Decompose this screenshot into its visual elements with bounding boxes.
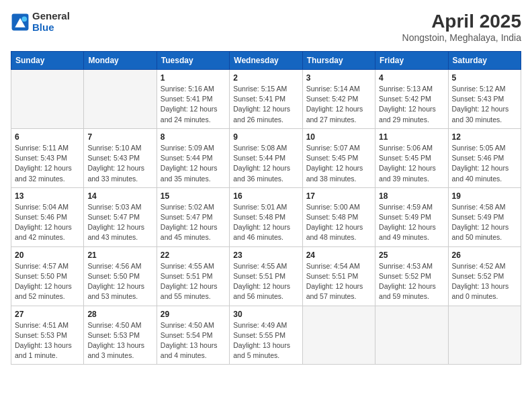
calendar-cell: 15Sunrise: 5:02 AM Sunset: 5:47 PM Dayli… [157,187,229,246]
calendar-cell: 12Sunrise: 5:05 AM Sunset: 5:46 PM Dayli… [448,128,521,187]
location-subtitle: Nongstoin, Meghalaya, India [402,32,521,43]
day-number: 9 [233,132,298,142]
day-info: Sunrise: 5:09 AM Sunset: 5:44 PM Dayligh… [161,143,226,184]
logo-blue-text: Blue [32,22,70,34]
calendar-week-row: 20Sunrise: 4:57 AM Sunset: 5:50 PM Dayli… [11,246,521,306]
day-info: Sunrise: 4:50 AM Sunset: 5:53 PM Dayligh… [87,320,152,361]
day-number: 15 [161,191,226,201]
calendar-cell: 4Sunrise: 5:13 AM Sunset: 5:42 PM Daylig… [375,70,448,129]
calendar-cell: 28Sunrise: 4:50 AM Sunset: 5:53 PM Dayli… [84,306,157,365]
day-number: 23 [233,250,298,260]
weekday-header-wednesday: Wednesday [230,52,302,70]
day-number: 11 [379,132,444,142]
calendar-cell: 20Sunrise: 4:57 AM Sunset: 5:50 PM Dayli… [11,246,84,306]
calendar-cell [11,70,84,129]
day-info: Sunrise: 5:02 AM Sunset: 5:47 PM Dayligh… [161,202,226,243]
page-header: General Blue April 2025 Nongstoin, Megha… [11,11,521,43]
day-info: Sunrise: 4:55 AM Sunset: 5:51 PM Dayligh… [161,261,226,302]
calendar-cell [84,70,157,129]
day-info: Sunrise: 4:50 AM Sunset: 5:54 PM Dayligh… [161,320,226,361]
day-info: Sunrise: 4:49 AM Sunset: 5:55 PM Dayligh… [233,320,298,361]
day-number: 17 [306,191,371,201]
day-number: 10 [306,132,371,142]
calendar-cell: 25Sunrise: 4:53 AM Sunset: 5:52 PM Dayli… [375,246,448,306]
calendar-cell [302,306,375,365]
calendar-cell [448,306,521,365]
calendar-cell: 16Sunrise: 5:01 AM Sunset: 5:48 PM Dayli… [230,187,302,246]
day-info: Sunrise: 5:05 AM Sunset: 5:46 PM Dayligh… [452,143,517,184]
calendar-week-row: 13Sunrise: 5:04 AM Sunset: 5:46 PM Dayli… [11,187,521,246]
calendar-cell: 1Sunrise: 5:16 AM Sunset: 5:41 PM Daylig… [157,70,229,129]
calendar-header: SundayMondayTuesdayWednesdayThursdayFrid… [11,52,521,70]
day-info: Sunrise: 5:13 AM Sunset: 5:42 PM Dayligh… [379,84,444,125]
calendar-week-row: 1Sunrise: 5:16 AM Sunset: 5:41 PM Daylig… [11,70,521,129]
day-info: Sunrise: 5:06 AM Sunset: 5:45 PM Dayligh… [379,143,444,184]
day-number: 18 [379,191,444,201]
day-number: 3 [306,73,371,83]
day-number: 28 [87,310,152,319]
day-number: 29 [161,310,226,319]
calendar-cell: 8Sunrise: 5:09 AM Sunset: 5:44 PM Daylig… [157,128,229,187]
calendar-cell: 21Sunrise: 4:56 AM Sunset: 5:50 PM Dayli… [84,246,157,306]
day-info: Sunrise: 4:59 AM Sunset: 5:49 PM Dayligh… [379,202,444,243]
month-year-title: April 2025 [402,11,521,32]
day-info: Sunrise: 4:52 AM Sunset: 5:52 PM Dayligh… [452,261,517,302]
calendar-body: 1Sunrise: 5:16 AM Sunset: 5:41 PM Daylig… [11,70,521,365]
calendar-cell: 3Sunrise: 5:14 AM Sunset: 5:42 PM Daylig… [302,70,375,129]
calendar-week-row: 6Sunrise: 5:11 AM Sunset: 5:43 PM Daylig… [11,128,521,187]
calendar-week-row: 27Sunrise: 4:51 AM Sunset: 5:53 PM Dayli… [11,306,521,365]
day-info: Sunrise: 4:58 AM Sunset: 5:49 PM Dayligh… [452,202,517,243]
day-info: Sunrise: 5:15 AM Sunset: 5:41 PM Dayligh… [233,84,298,125]
day-number: 21 [87,250,152,260]
logo-text: General Blue [32,11,70,33]
day-info: Sunrise: 5:01 AM Sunset: 5:48 PM Dayligh… [233,202,298,243]
calendar-cell: 17Sunrise: 5:00 AM Sunset: 5:48 PM Dayli… [302,187,375,246]
day-number: 5 [452,73,517,83]
day-number: 8 [161,132,226,142]
logo-icon [11,13,30,32]
day-info: Sunrise: 4:54 AM Sunset: 5:51 PM Dayligh… [306,261,371,302]
day-number: 20 [15,250,80,260]
calendar-cell: 2Sunrise: 5:15 AM Sunset: 5:41 PM Daylig… [230,70,302,129]
day-info: Sunrise: 5:16 AM Sunset: 5:41 PM Dayligh… [161,84,226,125]
calendar-cell: 27Sunrise: 4:51 AM Sunset: 5:53 PM Dayli… [11,306,84,365]
calendar-cell: 6Sunrise: 5:11 AM Sunset: 5:43 PM Daylig… [11,128,84,187]
day-number: 13 [15,191,80,201]
calendar-cell: 13Sunrise: 5:04 AM Sunset: 5:46 PM Dayli… [11,187,84,246]
day-info: Sunrise: 4:55 AM Sunset: 5:51 PM Dayligh… [233,261,298,302]
calendar-cell: 19Sunrise: 4:58 AM Sunset: 5:49 PM Dayli… [448,187,521,246]
calendar-cell: 29Sunrise: 4:50 AM Sunset: 5:54 PM Dayli… [157,306,229,365]
day-number: 16 [233,191,298,201]
day-number: 2 [233,73,298,83]
svg-point-2 [21,16,27,21]
logo: General Blue [11,11,70,33]
weekday-header-tuesday: Tuesday [157,52,229,70]
calendar-cell: 30Sunrise: 4:49 AM Sunset: 5:55 PM Dayli… [230,306,302,365]
calendar-table: SundayMondayTuesdayWednesdayThursdayFrid… [11,51,521,365]
calendar-cell: 10Sunrise: 5:07 AM Sunset: 5:45 PM Dayli… [302,128,375,187]
calendar-cell: 5Sunrise: 5:12 AM Sunset: 5:43 PM Daylig… [448,70,521,129]
day-info: Sunrise: 5:03 AM Sunset: 5:47 PM Dayligh… [87,202,152,243]
calendar-cell: 22Sunrise: 4:55 AM Sunset: 5:51 PM Dayli… [157,246,229,306]
day-number: 7 [87,132,152,142]
day-number: 30 [233,310,298,319]
day-info: Sunrise: 5:08 AM Sunset: 5:44 PM Dayligh… [233,143,298,184]
day-info: Sunrise: 4:53 AM Sunset: 5:52 PM Dayligh… [379,261,444,302]
title-block: April 2025 Nongstoin, Meghalaya, India [402,11,521,43]
logo-general-text: General [32,11,70,22]
day-info: Sunrise: 5:00 AM Sunset: 5:48 PM Dayligh… [306,202,371,243]
calendar-cell: 18Sunrise: 4:59 AM Sunset: 5:49 PM Dayli… [375,187,448,246]
calendar-cell: 26Sunrise: 4:52 AM Sunset: 5:52 PM Dayli… [448,246,521,306]
calendar-cell: 9Sunrise: 5:08 AM Sunset: 5:44 PM Daylig… [230,128,302,187]
day-number: 22 [161,250,226,260]
day-number: 4 [379,73,444,83]
day-info: Sunrise: 4:56 AM Sunset: 5:50 PM Dayligh… [87,261,152,302]
day-info: Sunrise: 5:07 AM Sunset: 5:45 PM Dayligh… [306,143,371,184]
day-info: Sunrise: 5:12 AM Sunset: 5:43 PM Dayligh… [452,84,517,125]
day-number: 19 [452,191,517,201]
weekday-header-monday: Monday [84,52,157,70]
day-number: 1 [161,73,226,83]
weekday-header-thursday: Thursday [302,52,375,70]
day-info: Sunrise: 4:57 AM Sunset: 5:50 PM Dayligh… [15,261,80,302]
calendar-cell: 24Sunrise: 4:54 AM Sunset: 5:51 PM Dayli… [302,246,375,306]
